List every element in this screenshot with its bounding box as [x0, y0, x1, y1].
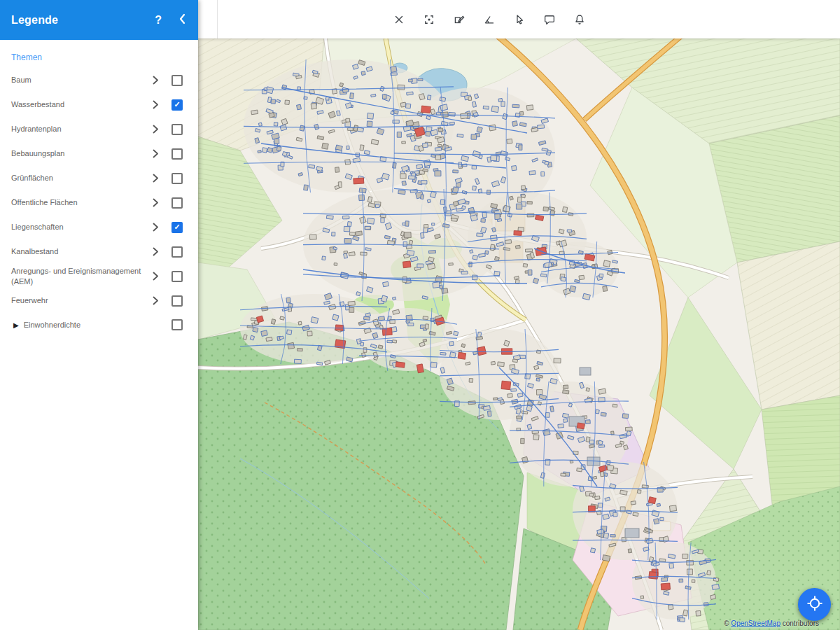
layer-label: Hydrantenplan [11, 124, 148, 134]
chevron-right-icon[interactable] [148, 100, 163, 109]
layer-checkbox[interactable] [172, 246, 183, 258]
osm-link[interactable]: OpenStreetMap [731, 620, 780, 627]
layer-checkbox[interactable] [172, 222, 183, 233]
map-attribution: © OpenStreetMap contributors [724, 620, 819, 627]
layer-checkbox[interactable] [172, 148, 183, 160]
chevron-right-icon[interactable] [148, 125, 163, 134]
chevron-right-icon[interactable] [148, 247, 163, 256]
attribution-prefix: © [724, 620, 731, 627]
crosshair-icon [806, 595, 823, 614]
map-canvas[interactable]: © OpenStreetMap contributors [198, 38, 840, 630]
layer-row[interactable]: Wasserbestand [0, 92, 198, 117]
layer-label: Feuerwehr [11, 295, 148, 305]
comment-bubble-icon[interactable] [539, 9, 560, 30]
layer-label: Baum [11, 75, 148, 85]
legend-header: Legende ? [0, 0, 198, 40]
map-toolbar [198, 0, 840, 38]
layer-label: Kanalbestand [11, 246, 148, 256]
chevron-right-icon[interactable] [148, 76, 163, 85]
layer-label: Bebauungsplan [11, 148, 148, 158]
layer-checkbox[interactable] [172, 75, 183, 86]
layer-row[interactable]: Baum [0, 68, 198, 92]
focus-extent-icon[interactable] [419, 9, 440, 30]
chevron-left-icon [178, 13, 186, 27]
layer-checkbox[interactable] [172, 295, 183, 307]
toolbar-divider [217, 0, 218, 38]
layer-checkbox[interactable] [172, 319, 183, 330]
chevron-right-icon[interactable] [148, 272, 163, 281]
layer-row[interactable]: Grünflächen [0, 166, 198, 190]
layer-label: Liegenschaften [11, 222, 148, 232]
layer-label: Grünflächen [11, 173, 148, 183]
layer-list: Baum Wasserbestand Hydrantenplan Bebauun… [0, 68, 198, 313]
measure-angle-icon[interactable] [479, 9, 500, 30]
collapse-panel-button[interactable] [177, 12, 187, 29]
chevron-right-icon[interactable] [148, 296, 163, 305]
gis-app: Legende ? Themen Baum Wasserbestand [0, 0, 840, 630]
close-icon[interactable] [388, 9, 410, 30]
legend-body: Themen Baum Wasserbestand Hydrantenplan [0, 40, 198, 630]
themes-section-title: Themen [0, 40, 198, 68]
chevron-right-icon[interactable] [148, 174, 163, 183]
chevron-right-icon[interactable] [148, 149, 163, 158]
layer-row-einwohnerdichte[interactable]: Einwohnerdichte [0, 313, 198, 337]
chevron-right-icon[interactable] [148, 198, 163, 207]
chevron-right-icon[interactable] [148, 223, 163, 232]
layer-checkbox[interactable] [172, 271, 183, 282]
legend-header-actions: ? [153, 12, 187, 29]
layer-checkbox[interactable] [172, 173, 183, 184]
layer-label: Wasserbestand [11, 99, 148, 109]
layer-row[interactable]: Öffentliche Flächen [0, 190, 198, 215]
expand-triangle-icon[interactable] [13, 321, 19, 329]
layer-row[interactable]: Bebauungsplan [0, 141, 198, 166]
layer-checkbox[interactable] [172, 99, 183, 111]
legend-panel: Legende ? Themen Baum Wasserbestand [0, 0, 198, 630]
select-cursor-icon[interactable] [509, 9, 530, 30]
layer-label: Öffentliche Flächen [11, 197, 148, 207]
toolbar-tools [388, 9, 590, 30]
map-image [198, 38, 840, 630]
layer-row[interactable]: Hydrantenplan [0, 117, 198, 141]
legend-title: Legende [11, 14, 58, 27]
layer-label: Anregungs- und Ereignismanagement (AEM) [11, 266, 148, 286]
layer-checkbox[interactable] [172, 124, 183, 135]
draw-edit-icon[interactable] [449, 9, 470, 30]
help-button[interactable]: ? [153, 13, 163, 28]
layer-row[interactable]: Feuerwehr [0, 288, 198, 313]
alarm-bell-icon[interactable] [569, 9, 590, 30]
layer-label: Einwohnerdichte [24, 321, 172, 329]
main-area: © OpenStreetMap contributors [198, 0, 840, 630]
layer-row[interactable]: Anregungs- und Ereignismanagement (AEM) [0, 264, 198, 288]
layer-row[interactable]: Kanalbestand [0, 239, 198, 264]
layer-row[interactable]: Liegenschaften [0, 215, 198, 239]
locate-button[interactable] [798, 588, 831, 621]
layer-checkbox[interactable] [172, 197, 183, 209]
